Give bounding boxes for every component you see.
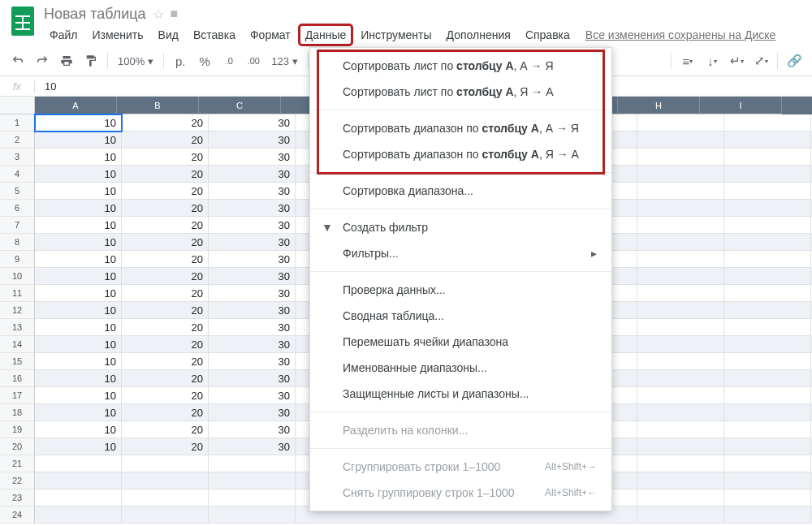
percent-button[interactable]: % [193,50,216,72]
cell[interactable] [122,489,209,507]
cell[interactable]: 20 [122,132,209,149]
cell[interactable] [724,149,811,166]
cell[interactable] [209,455,296,472]
cell[interactable] [724,404,811,421]
cell[interactable]: 20 [122,114,209,132]
cell[interactable]: 30 [209,336,296,353]
cell[interactable]: 10 [35,370,122,387]
cell[interactable]: 20 [122,387,209,404]
cell[interactable] [637,268,724,285]
cell[interactable]: 20 [122,302,209,319]
cell[interactable]: 30 [209,353,296,370]
cell[interactable]: 10 [35,353,122,370]
row-header[interactable]: 3 [0,149,35,166]
menu-format[interactable]: Формат [244,25,296,45]
cell[interactable] [724,319,811,336]
cell[interactable] [724,472,811,489]
cell[interactable]: 10 [35,421,122,438]
menu-tools[interactable]: Инструменты [355,25,437,45]
row-header[interactable]: 14 [0,336,35,353]
row-header[interactable]: 21 [0,455,35,472]
menu-help[interactable]: Справка [520,25,576,45]
cell[interactable] [724,336,811,353]
cell[interactable] [637,285,724,302]
row-header[interactable]: 10 [0,268,35,285]
cell[interactable]: 30 [209,438,296,455]
menu-sort-sheet-az[interactable]: Сортировать лист по столбцу A, А → Я [310,53,611,79]
cell[interactable]: 20 [122,251,209,268]
cell[interactable]: 30 [209,132,296,149]
row-header[interactable]: 24 [0,507,35,524]
rotate-button[interactable]: ⤢▾ [749,50,772,72]
cell[interactable]: 20 [122,438,209,455]
formula-bar[interactable]: 10 [35,80,56,93]
cell[interactable] [724,166,811,183]
cell[interactable] [724,183,811,200]
cell[interactable] [724,489,811,507]
row-header[interactable]: 20 [0,438,35,455]
cell[interactable] [637,251,724,268]
row-header[interactable]: 8 [0,234,35,251]
print-button[interactable] [55,50,78,72]
menu-filters[interactable]: Фильтры...▸ [310,240,611,266]
cell[interactable] [637,507,724,524]
cell[interactable] [637,438,724,455]
cell[interactable]: 30 [209,149,296,166]
cell[interactable]: 20 [122,353,209,370]
cell[interactable] [724,200,811,217]
cell[interactable] [637,472,724,489]
sheets-logo[interactable] [6,5,39,37]
select-all-corner[interactable] [0,97,35,114]
save-status[interactable]: Все изменения сохранены на Диске [585,28,776,41]
cell[interactable]: 10 [35,285,122,302]
cell[interactable] [637,302,724,319]
cell[interactable] [724,251,811,268]
cell[interactable]: 30 [209,387,296,404]
cell[interactable]: 10 [35,404,122,421]
cell[interactable]: 20 [122,421,209,438]
cell[interactable] [724,302,811,319]
cell[interactable] [724,132,811,149]
more-formats-button[interactable]: 123▾ [266,55,303,67]
increase-decimal-button[interactable]: .00 [242,50,265,72]
cell[interactable]: 10 [35,217,122,234]
cell[interactable] [209,507,296,524]
cell[interactable]: 10 [35,183,122,200]
cell[interactable] [724,370,811,387]
row-header[interactable]: 11 [0,285,35,302]
cell[interactable]: 10 [35,268,122,285]
cell[interactable]: 30 [209,166,296,183]
cell[interactable] [637,336,724,353]
menu-file[interactable]: Файл [44,25,83,45]
redo-button[interactable] [31,50,54,72]
col-header-i[interactable]: I [700,97,782,114]
cell[interactable]: 20 [122,166,209,183]
cell[interactable] [724,234,811,251]
cell[interactable] [35,472,122,489]
menu-view[interactable]: Вид [153,25,184,45]
col-header-c[interactable]: C [199,97,281,114]
wrap-button[interactable]: ↵▾ [725,50,748,72]
paint-format-button[interactable] [80,50,102,72]
cell[interactable]: 30 [209,200,296,217]
cell[interactable] [637,489,724,507]
cell[interactable] [637,217,724,234]
menu-protected-ranges[interactable]: Защищенные листы и диапазоны... [310,381,611,407]
menu-insert[interactable]: Вставка [188,25,241,45]
cell[interactable]: 30 [209,183,296,200]
row-header[interactable]: 4 [0,166,35,183]
cell[interactable] [724,285,811,302]
cell[interactable] [724,353,811,370]
cell[interactable]: 20 [122,370,209,387]
menu-sort-range-az[interactable]: Сортировать диапазон по столбцу A, А → Я [310,115,611,141]
cell[interactable]: 10 [35,149,122,166]
row-header[interactable]: 13 [0,319,35,336]
cell[interactable] [122,507,209,524]
cell[interactable] [637,421,724,438]
menu-sort-range[interactable]: Сортировка диапазона... [310,178,611,204]
cell[interactable]: 10 [35,387,122,404]
cell[interactable]: 10 [35,132,122,149]
cell[interactable]: 30 [209,234,296,251]
cell[interactable] [724,421,811,438]
cell[interactable] [637,387,724,404]
